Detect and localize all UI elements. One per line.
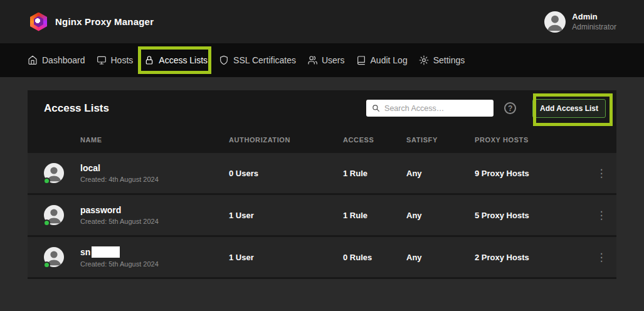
status-dot: [43, 177, 50, 184]
search-box: [366, 100, 494, 117]
redaction-box: [92, 246, 120, 258]
row-menu-icon[interactable]: ⋮: [586, 210, 616, 221]
name-cell: sn Created: 5th August 2024: [28, 246, 229, 268]
access-value: 0 Rules: [343, 253, 406, 262]
row-avatar: [44, 163, 64, 183]
access-value: 1 Rule: [343, 211, 406, 220]
nav-item-audit-log[interactable]: Audit Log: [356, 55, 408, 65]
person-icon: [544, 11, 566, 33]
user-text: Admin Administrator: [572, 12, 616, 31]
satisfy-value: Any: [406, 253, 475, 262]
created-date: Created: 5th August 2024: [80, 260, 159, 268]
nav-label: Users: [322, 55, 345, 65]
nav-item-hosts[interactable]: Hosts: [97, 55, 134, 65]
nav-label: Access Lists: [159, 55, 208, 65]
nav-label: SSL Certificates: [233, 55, 296, 65]
lock-icon: [144, 55, 154, 65]
nav-item-settings[interactable]: Settings: [419, 55, 465, 65]
table-row[interactable]: local Created: 4th August 2024 0 Users 1…: [28, 153, 616, 193]
authorization-value: 1 User: [229, 211, 343, 220]
app-title: Nginx Proxy Manager: [55, 16, 154, 27]
status-dot: [43, 219, 50, 226]
user-role: Administrator: [572, 23, 616, 31]
column-header-satisfy: SATISFY: [406, 136, 475, 144]
nav-item-ssl-certificates[interactable]: SSL Certificates: [219, 55, 296, 65]
nav-label: Dashboard: [42, 55, 85, 65]
book-icon: [356, 55, 366, 65]
created-date: Created: 4th August 2024: [80, 176, 159, 183]
users-icon: [307, 55, 317, 65]
created-date: Created: 5th August 2024: [80, 218, 159, 225]
table-row[interactable]: sn Created: 5th August 2024 1 User 0 Rul…: [28, 237, 616, 277]
nav-item-access-lists[interactable]: Access Lists: [144, 55, 208, 65]
access-value: 1 Rule: [343, 169, 406, 178]
satisfy-value: Any: [406, 211, 475, 220]
column-header-name: NAME: [28, 136, 229, 144]
column-header-authorization: AUTHORIZATION: [229, 136, 343, 144]
monitor-icon: [97, 55, 107, 65]
add-access-list-button[interactable]: Add Access List: [532, 99, 606, 118]
proxy-hosts-value: 2 Proxy Hosts: [475, 253, 586, 262]
row-avatar: [44, 247, 64, 267]
access-list-name: local: [80, 163, 100, 173]
access-list-name: password: [80, 205, 121, 215]
proxy-hosts-value: 5 Proxy Hosts: [475, 211, 586, 220]
authorization-value: 1 User: [229, 253, 343, 262]
name-cell: local Created: 4th August 2024: [28, 163, 229, 183]
authorization-value: 0 Users: [229, 169, 343, 178]
app-logo-icon: [30, 13, 47, 31]
gear-icon: [419, 55, 429, 65]
row-avatar: [44, 205, 64, 225]
nav-label: Settings: [433, 55, 465, 65]
page-title: Access Lists: [44, 102, 366, 115]
table-row[interactable]: password Created: 5th August 2024 1 User…: [28, 195, 616, 235]
search-input[interactable]: [384, 104, 488, 113]
nav-label: Hosts: [111, 55, 134, 65]
shield-icon: [219, 55, 229, 65]
access-lists-card: Access Lists ? Add Access List NAME AUTH…: [28, 90, 616, 279]
nav-item-users[interactable]: Users: [307, 55, 345, 65]
user-menu[interactable]: Admin Administrator: [544, 11, 616, 33]
access-list-name: sn: [80, 247, 90, 257]
status-dot: [43, 261, 50, 268]
help-icon[interactable]: ?: [504, 102, 516, 114]
table-header: NAME AUTHORIZATION ACCESS SATISFY PROXY …: [28, 126, 616, 153]
row-menu-icon[interactable]: ⋮: [586, 252, 616, 263]
top-bar: Nginx Proxy Manager Admin Administrator: [0, 0, 644, 43]
name-cell: password Created: 5th August 2024: [28, 205, 229, 225]
user-name: Admin: [572, 12, 616, 21]
row-menu-icon[interactable]: ⋮: [586, 168, 616, 179]
nav-item-dashboard[interactable]: Dashboard: [28, 55, 85, 65]
user-avatar: [544, 11, 566, 33]
home-icon: [28, 55, 38, 65]
search-icon: [372, 104, 380, 112]
column-header-proxy-hosts: PROXY HOSTS: [475, 136, 586, 144]
column-header-access: ACCESS: [343, 136, 406, 144]
card-header: Access Lists ? Add Access List: [28, 90, 616, 126]
main-nav: Dashboard Hosts Access Lists SSL Certifi…: [0, 43, 644, 77]
proxy-hosts-value: 9 Proxy Hosts: [475, 169, 586, 178]
satisfy-value: Any: [406, 169, 475, 178]
nav-label: Audit Log: [371, 55, 408, 65]
